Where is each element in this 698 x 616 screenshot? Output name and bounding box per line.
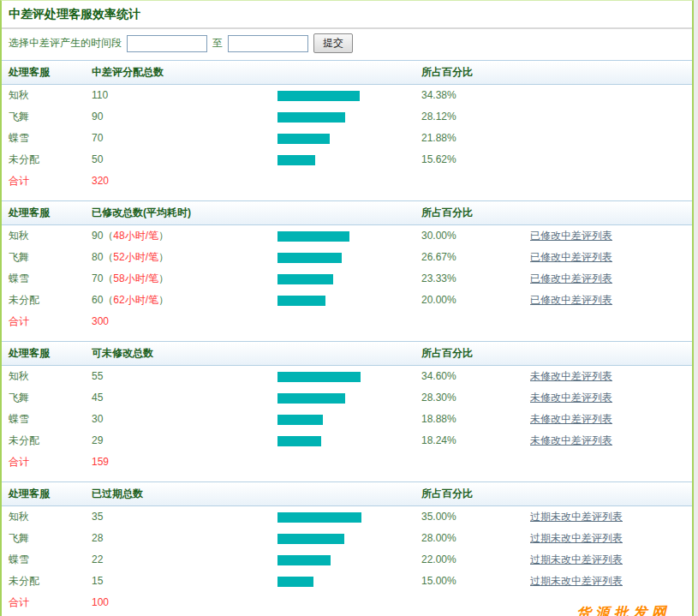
detail-list-link[interactable]: 未修改中差评列表 bbox=[530, 413, 612, 425]
total-row: 合计159 bbox=[2, 452, 692, 473]
agent-name: 知秋 bbox=[9, 506, 92, 528]
bar-cell bbox=[277, 387, 421, 409]
percent-value: 23.33% bbox=[421, 268, 530, 290]
percent-value: 35.00% bbox=[421, 506, 530, 528]
value-bar bbox=[277, 253, 342, 263]
detail-list-link[interactable]: 已修改中差评列表 bbox=[530, 272, 612, 284]
bar-cell bbox=[277, 366, 421, 387]
count-value: 90 bbox=[92, 106, 277, 128]
percent-value: 15.62% bbox=[421, 149, 530, 170]
bar-cell bbox=[277, 106, 421, 128]
table-row: 蝶雪3018.88%未修改中差评列表 bbox=[2, 409, 692, 430]
total-value: 300 bbox=[92, 311, 277, 332]
bar-cell-empty bbox=[277, 592, 421, 613]
percent-value: 28.30% bbox=[421, 387, 530, 409]
link-cell: 已修改中差评列表 bbox=[530, 268, 692, 290]
col-header-link-spacer bbox=[530, 342, 692, 365]
agent-name: 未分配 bbox=[9, 571, 92, 592]
col-header-bar-spacer bbox=[277, 61, 421, 84]
bar-cell bbox=[277, 85, 421, 106]
count-value: 22 bbox=[92, 549, 277, 571]
bar-cell bbox=[277, 290, 421, 311]
detail-list-link[interactable]: 未修改中差评列表 bbox=[530, 434, 612, 446]
detail-list-link[interactable]: 未修改中差评列表 bbox=[530, 392, 612, 404]
filter-row: 选择中差评产生的时间段 至 提交 bbox=[2, 29, 692, 57]
link-cell: 已修改中差评列表 bbox=[530, 247, 692, 268]
percent-value: 18.88% bbox=[421, 409, 530, 430]
agent-name: 蝶雪 bbox=[9, 268, 92, 290]
value-bar bbox=[277, 436, 321, 446]
total-label: 合计 bbox=[9, 170, 92, 192]
table-row: 知秋11034.38% bbox=[2, 85, 692, 106]
count-value: 15 bbox=[92, 571, 277, 592]
col-header-link-spacer bbox=[530, 482, 692, 505]
count-value: 110 bbox=[92, 85, 277, 106]
section-header: 处理客服已过期总数所占百分比 bbox=[2, 481, 692, 506]
bar-cell bbox=[277, 149, 421, 170]
count-value: 50 bbox=[92, 149, 277, 170]
agent-name: 未分配 bbox=[9, 430, 92, 452]
count-value: 35 bbox=[92, 506, 277, 528]
count-paren-close: ） bbox=[158, 251, 169, 263]
percent-empty bbox=[421, 592, 530, 613]
col-header-percent: 所占百分比 bbox=[421, 342, 530, 365]
page: 中差评处理客服效率统计 选择中差评产生的时间段 至 提交 处理客服中差评分配总数… bbox=[0, 0, 698, 616]
total-label: 合计 bbox=[9, 452, 92, 473]
link-cell: 未修改中差评列表 bbox=[530, 366, 692, 387]
table-row: 蝶雪70（58小时/笔）23.33%已修改中差评列表 bbox=[2, 268, 692, 290]
sections-container: 处理客服中差评分配总数所占百分比知秋11034.38%飞舞9028.12%蝶雪7… bbox=[2, 57, 692, 616]
detail-list-link[interactable]: 过期未改中差评列表 bbox=[530, 532, 623, 544]
bar-cell bbox=[277, 528, 421, 549]
count-detail: 62小时/笔 bbox=[113, 294, 158, 306]
detail-list-link[interactable]: 过期未改中差评列表 bbox=[530, 553, 623, 565]
watermark: 货源批发网 www.6pf.cn bbox=[564, 602, 684, 616]
detail-list-link[interactable]: 未修改中差评列表 bbox=[530, 370, 612, 382]
agent-name: 未分配 bbox=[9, 149, 92, 170]
filter-to-label: 至 bbox=[212, 36, 223, 51]
detail-list-link[interactable]: 过期未改中差评列表 bbox=[530, 511, 623, 523]
value-bar bbox=[277, 112, 345, 123]
table-row: 蝶雪2222.00%过期未改中差评列表 bbox=[2, 549, 692, 571]
date-to-input[interactable] bbox=[228, 35, 308, 52]
submit-button[interactable]: 提交 bbox=[313, 33, 353, 53]
detail-list-link[interactable]: 已修改中差评列表 bbox=[530, 294, 612, 306]
percent-value: 30.00% bbox=[421, 225, 530, 247]
filter-label: 选择中差评产生的时间段 bbox=[9, 36, 122, 51]
total-value: 100 bbox=[92, 592, 277, 613]
col-header-agent: 处理客服 bbox=[9, 342, 92, 365]
value-bar bbox=[277, 393, 345, 404]
value-bar bbox=[277, 231, 349, 242]
value-bar bbox=[277, 555, 331, 565]
detail-list-link[interactable]: 过期未改中差评列表 bbox=[530, 575, 623, 587]
value-bar bbox=[277, 534, 344, 544]
percent-value: 34.38% bbox=[421, 85, 530, 106]
date-from-input[interactable] bbox=[127, 35, 207, 52]
table-row: 未分配60（62小时/笔）20.00%已修改中差评列表 bbox=[2, 290, 692, 311]
col-header-bar-spacer bbox=[277, 342, 421, 365]
total-label: 合计 bbox=[9, 311, 92, 332]
page-title: 中差评处理客服效率统计 bbox=[9, 7, 140, 21]
col-header-bar-spacer bbox=[277, 201, 421, 224]
table-row: 知秋5534.60%未修改中差评列表 bbox=[2, 366, 692, 387]
percent-value: 22.00% bbox=[421, 549, 530, 571]
col-header-count: 中差评分配总数 bbox=[92, 61, 277, 84]
percent-value: 15.00% bbox=[421, 571, 530, 592]
value-bar bbox=[277, 274, 333, 284]
bar-cell bbox=[277, 506, 421, 528]
table-row: 飞舞80（52小时/笔）26.67%已修改中差评列表 bbox=[2, 247, 692, 268]
agent-name: 蝶雪 bbox=[9, 128, 92, 149]
count-value: 80（52小时/笔） bbox=[92, 247, 277, 268]
watermark-line1: 货源批发网 bbox=[564, 602, 683, 616]
percent-value: 21.88% bbox=[421, 128, 530, 149]
link-cell: 未修改中差评列表 bbox=[530, 409, 692, 430]
detail-list-link[interactable]: 已修改中差评列表 bbox=[530, 230, 612, 242]
agent-name: 未分配 bbox=[9, 290, 92, 311]
bar-cell bbox=[277, 430, 421, 452]
detail-list-link[interactable]: 已修改中差评列表 bbox=[530, 251, 612, 263]
agent-name: 知秋 bbox=[9, 225, 92, 247]
count-value: 29 bbox=[92, 430, 277, 452]
col-header-percent: 所占百分比 bbox=[421, 201, 530, 224]
count-number: 70（ bbox=[92, 272, 113, 284]
percent-value: 26.67% bbox=[421, 247, 530, 268]
value-bar bbox=[277, 372, 361, 382]
